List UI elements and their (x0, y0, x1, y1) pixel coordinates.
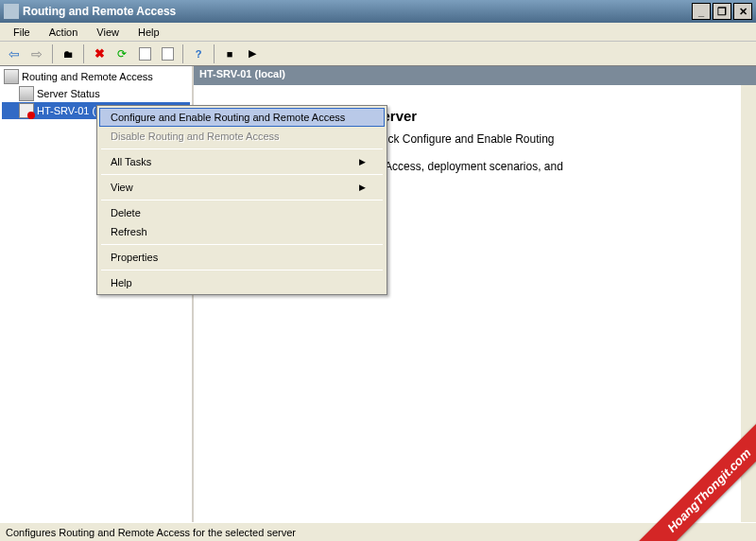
menu-separator (101, 174, 383, 175)
export-icon (162, 47, 174, 61)
context-menu: Configure and Enable Routing and Remote … (96, 105, 387, 295)
menu-all-tasks[interactable]: All Tasks ▶ (99, 152, 385, 171)
tree-status-label: Server Status (37, 88, 100, 99)
forward-button[interactable]: ⇨ (26, 44, 47, 64)
menu-refresh[interactable]: Refresh (99, 222, 385, 241)
menu-delete[interactable]: Delete (99, 203, 385, 222)
toolbar-separator (52, 44, 53, 63)
menu-separator (101, 148, 383, 149)
menu-file[interactable]: File (4, 25, 40, 40)
export-button[interactable] (157, 44, 178, 64)
menu-configure-enable[interactable]: Configure and Enable Routing and Remote … (99, 108, 385, 127)
menu-help[interactable]: Help (99, 273, 385, 292)
stop-icon: ■ (227, 48, 233, 60)
menu-view[interactable]: View ▶ (99, 178, 385, 197)
minimize-button[interactable]: _ (692, 3, 711, 20)
toolbar: ⇦ ⇨ 🖿 ✖ ⟳ ? ■ ▶ (0, 42, 756, 66)
delete-button[interactable]: ✖ (89, 44, 110, 64)
maximize-button[interactable]: ❐ (713, 3, 731, 20)
toolbar-separator (214, 44, 215, 63)
menu-disable: Disable Routing and Remote Access (99, 127, 385, 146)
forward-arrow-icon: ⇨ (31, 46, 43, 61)
delete-x-icon: ✖ (94, 46, 105, 61)
tree-root[interactable]: Routing and Remote Access (2, 68, 190, 85)
console-icon (4, 69, 19, 84)
menu-view[interactable]: View (87, 25, 129, 40)
properties-icon (139, 47, 151, 61)
menu-separator (101, 270, 383, 270)
properties-button[interactable] (134, 44, 155, 64)
server-down-icon (19, 103, 34, 118)
toolbar-separator (182, 44, 183, 63)
menu-help[interactable]: Help (129, 25, 169, 40)
folder-icon: 🖿 (63, 48, 74, 60)
stop-button[interactable]: ■ (219, 44, 240, 64)
back-button[interactable]: ⇦ (4, 44, 25, 64)
menu-properties[interactable]: Properties (99, 248, 385, 267)
play-icon: ▶ (249, 47, 256, 60)
menu-separator (101, 200, 383, 201)
close-button[interactable]: ✕ (733, 3, 752, 20)
app-icon (4, 4, 19, 19)
refresh-button[interactable]: ⟳ (112, 44, 132, 64)
window-title: Routing and Remote Access (23, 5, 176, 18)
tree-server-status[interactable]: Server Status (2, 85, 190, 102)
up-button[interactable]: 🖿 (58, 44, 78, 64)
refresh-icon: ⟳ (117, 47, 127, 61)
start-button[interactable]: ▶ (242, 44, 263, 64)
menu-action[interactable]: Action (40, 25, 88, 40)
status-text: Configures Routing and Remote Access for… (6, 527, 296, 538)
menu-separator (101, 244, 383, 245)
help-button[interactable]: ? (188, 44, 209, 64)
menu-bar: File Action View Help (0, 23, 756, 42)
title-bar: Routing and Remote Access _ ❐ ✕ (0, 0, 756, 23)
server-status-icon (19, 86, 34, 101)
tree-root-label: Routing and Remote Access (22, 71, 153, 82)
submenu-arrow-icon: ▶ (359, 183, 366, 192)
content-header: HT-SRV-01 (local) (194, 66, 756, 85)
toolbar-separator (83, 44, 84, 63)
back-arrow-icon: ⇦ (9, 46, 20, 61)
submenu-arrow-icon: ▶ (359, 157, 366, 166)
help-icon: ? (196, 48, 202, 60)
